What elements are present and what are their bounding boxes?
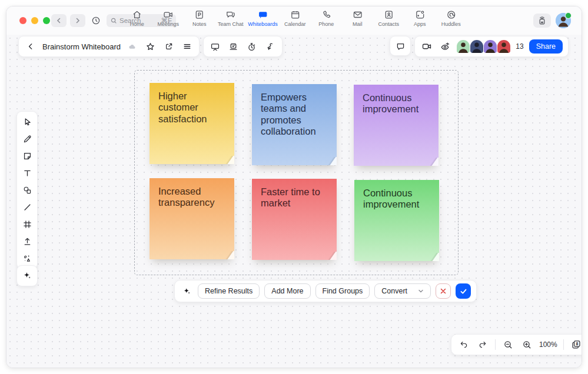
user-avatar[interactable] (556, 13, 571, 28)
cloud-sync-icon (126, 40, 139, 53)
mail-icon (352, 9, 363, 20)
share-screen-icon[interactable] (227, 40, 240, 53)
board-title-card: Brainstorm Whiteboard (18, 36, 200, 57)
traffic-lights (19, 17, 50, 24)
tab-apps[interactable]: Apps (406, 9, 434, 27)
tab-whiteboards[interactable]: Whiteboards (248, 9, 278, 27)
sticky-note-icon[interactable] (19, 148, 35, 164)
accept-ai-results-button[interactable] (456, 283, 471, 299)
sticky-note[interactable]: Continuous improvement (354, 85, 438, 166)
find-groups-button[interactable]: Find Groups (315, 283, 370, 299)
home-icon (132, 9, 142, 20)
app-tabs: Home Meetings Notes Team Chat Whiteboard… (123, 9, 465, 27)
shapes-icon[interactable] (19, 182, 35, 198)
ai-companion-card (16, 265, 38, 286)
sparkle-icon (180, 285, 193, 298)
history-icon[interactable] (89, 14, 103, 27)
stickers-magic-icon[interactable] (19, 251, 35, 266)
whiteboards-icon (258, 9, 268, 20)
chevron-down-icon (418, 288, 424, 294)
comment-icon[interactable] (394, 39, 407, 52)
sticky-note-text: Higher customer satisfaction (158, 91, 207, 124)
participant-avatar (457, 40, 470, 53)
sticky-note-text: Continuous improvement (363, 92, 418, 114)
participant-count[interactable]: 13 (516, 42, 523, 51)
timer-icon[interactable] (245, 40, 258, 53)
undo-icon[interactable] (457, 338, 470, 351)
titlebar: Search ⌘F Home Meetings Notes Team Chat (6, 6, 582, 35)
collaboration-card: 13 Share (414, 36, 569, 57)
close-icon (440, 288, 447, 295)
whiteboard-canvas[interactable]: Brainstorm Whiteboard (6, 35, 582, 368)
tab-contacts[interactable]: Contacts (375, 9, 403, 27)
tab-team-chat[interactable]: Team Chat (217, 9, 244, 27)
comment-card (390, 36, 411, 56)
team-chat-icon (225, 9, 236, 20)
zoom-level[interactable]: 100% (539, 340, 557, 349)
board-header-left: Brainstorm Whiteboard (18, 36, 283, 56)
tab-phone[interactable]: Phone (313, 9, 340, 27)
sticky-note-text: Empowers teams and promotes collaboratio… (261, 92, 316, 136)
titlebar-right (533, 13, 571, 28)
menu-icon[interactable] (181, 40, 194, 53)
divider (495, 339, 496, 350)
sticky-note[interactable]: Empowers teams and promotes collaboratio… (252, 84, 337, 165)
focus-view-icon[interactable] (438, 40, 451, 53)
device-connect-icon[interactable] (533, 14, 551, 28)
add-more-button[interactable]: Add More (264, 283, 310, 299)
participant-avatar (497, 40, 510, 53)
upload-icon[interactable] (19, 233, 35, 249)
participant-avatars[interactable] (457, 40, 510, 53)
back-chevron-icon[interactable] (51, 14, 67, 27)
sticky-note[interactable]: Higher customer satisfaction (150, 83, 234, 164)
board-tools-card (203, 36, 283, 57)
present-icon[interactable] (209, 40, 222, 53)
pages-icon[interactable]: 8 (570, 338, 582, 351)
frame-icon[interactable] (19, 216, 35, 232)
board-title[interactable]: Brainstorm Whiteboard (42, 42, 121, 51)
convert-dropdown[interactable]: Convert (374, 283, 431, 299)
refine-results-button[interactable]: Refine Results (198, 283, 260, 299)
zoom-in-icon[interactable] (520, 338, 533, 351)
video-camera-icon[interactable] (420, 40, 433, 53)
star-icon[interactable] (144, 40, 157, 53)
text-icon[interactable] (19, 165, 35, 181)
participant-avatar (470, 40, 483, 53)
tab-huddles[interactable]: Huddles (437, 9, 465, 27)
zoom-window-button[interactable] (43, 17, 50, 24)
sticky-note-text: Increased transparency (158, 186, 214, 208)
huddles-icon (446, 9, 456, 20)
phone-icon (321, 9, 331, 20)
notes-icon (194, 9, 205, 20)
dismiss-ai-results-button[interactable] (436, 283, 451, 299)
minimize-window-button[interactable] (31, 17, 38, 24)
sticky-note[interactable]: Continuous improvement (354, 180, 439, 261)
tab-calendar[interactable]: Calendar (281, 9, 309, 27)
forward-chevron-icon[interactable] (70, 14, 85, 27)
open-new-window-icon[interactable] (162, 40, 175, 53)
share-button[interactable]: Share (529, 39, 563, 54)
redo-icon[interactable] (476, 338, 489, 351)
ai-results-toolbar: Refine Results Add More Find Groups Conv… (174, 280, 477, 302)
tab-home[interactable]: Home (123, 9, 151, 27)
tab-notes[interactable]: Notes (185, 9, 213, 27)
page-count: 8 (576, 342, 578, 346)
calendar-icon (290, 9, 300, 20)
zoom-out-icon[interactable] (501, 338, 514, 351)
app-window: Search ⌘F Home Meetings Notes Team Chat (6, 6, 582, 368)
presence-status-dot (565, 12, 572, 19)
back-icon[interactable] (24, 40, 37, 53)
sticky-note[interactable]: Increased transparency (150, 178, 234, 259)
apps-icon (414, 9, 425, 20)
laser-pointer-icon[interactable] (264, 40, 277, 53)
select-cursor-icon[interactable] (19, 114, 35, 130)
tab-mail[interactable]: Mail (344, 9, 371, 27)
close-window-button[interactable] (19, 17, 26, 24)
pen-icon[interactable] (19, 131, 35, 147)
contacts-icon (383, 9, 394, 20)
line-icon[interactable] (19, 199, 35, 215)
tab-meetings[interactable]: Meetings (154, 9, 182, 27)
sticky-note[interactable]: Faster time to market (252, 179, 337, 260)
sticky-note-text: Continuous improvement (363, 188, 419, 209)
ai-companion-icon[interactable] (21, 269, 34, 282)
